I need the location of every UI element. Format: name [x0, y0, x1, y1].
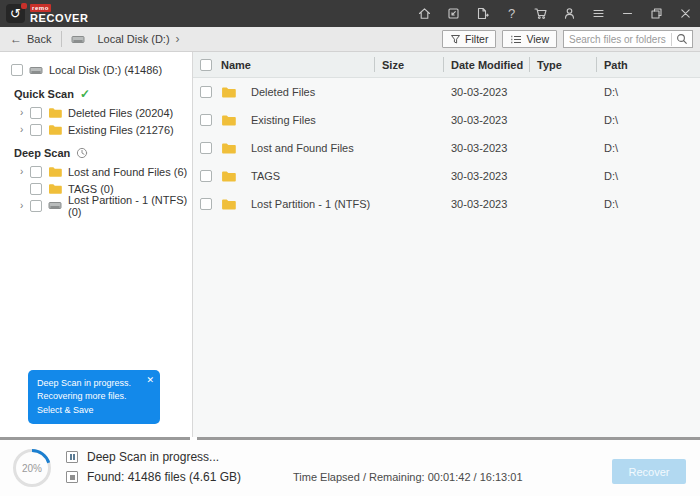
- file-path: D:\: [596, 170, 700, 182]
- status-bar: 20% Deep Scan in progress... Found: 4148…: [0, 440, 700, 496]
- tree-item-label: Existing Files (21276): [68, 124, 174, 136]
- restore-button[interactable]: [642, 0, 671, 27]
- toast-line-2: Recovering more files.: [37, 390, 151, 404]
- view-button[interactable]: View: [502, 30, 557, 48]
- back-arrow-icon: ←: [10, 32, 22, 46]
- table-row[interactable]: Existing Files 30-03-2023 D:\: [193, 106, 700, 134]
- column-header-size[interactable]: Size: [374, 52, 443, 77]
- search-divider: [671, 33, 672, 46]
- progress-percent: 20%: [22, 463, 42, 474]
- pause-button[interactable]: [66, 451, 78, 463]
- row-checkbox[interactable]: [200, 86, 212, 98]
- chevron-expand-icon[interactable]: ›: [20, 125, 30, 135]
- navigation-bar: ← Back Local Disk (D:) › Filter View: [0, 27, 700, 52]
- lost-partition-checkbox[interactable]: [30, 200, 42, 212]
- table-header: Name Size Date Modified Type Path: [193, 52, 700, 78]
- table-row[interactable]: Deleted Files 30-03-2023 D:\: [193, 78, 700, 106]
- existing-files-checkbox[interactable]: [30, 124, 42, 136]
- column-label: Path: [604, 59, 628, 71]
- file-path: D:\: [596, 86, 700, 98]
- title-bar: ↺ remo RECOVER ?: [0, 0, 700, 27]
- column-label: Size: [382, 59, 404, 71]
- stop-button[interactable]: [66, 471, 78, 483]
- resume-session-button[interactable]: [439, 0, 468, 27]
- clock-icon: [76, 147, 88, 159]
- breadcrumb[interactable]: Local Disk (D:) ›: [62, 32, 188, 46]
- drive-icon: [48, 200, 62, 211]
- row-checkbox[interactable]: [200, 114, 212, 126]
- deep-scan-header: Deep Scan: [0, 144, 192, 161]
- menu-button[interactable]: [584, 0, 613, 27]
- account-button[interactable]: [555, 0, 584, 27]
- select-all-checkbox[interactable]: [200, 59, 212, 71]
- column-header-type[interactable]: Type: [529, 52, 596, 77]
- scan-status-text: Deep Scan in progress...: [87, 450, 219, 464]
- file-name: Existing Files: [251, 114, 316, 126]
- found-status-text: Found: 41486 files (4.61 GB): [87, 470, 241, 484]
- minimize-button[interactable]: [613, 0, 642, 27]
- search-icon[interactable]: [676, 33, 688, 45]
- chevron-expand-icon[interactable]: ›: [20, 167, 30, 177]
- drive-icon: [29, 65, 43, 76]
- hamburger-menu-icon: [591, 6, 606, 21]
- file-date: 30-03-2023: [443, 170, 529, 182]
- row-checkbox[interactable]: [200, 198, 212, 210]
- chevron-expand-icon[interactable]: ›: [20, 108, 30, 118]
- back-button[interactable]: ← Back: [0, 32, 61, 46]
- column-header-name[interactable]: Name: [193, 52, 374, 77]
- tree-item-deleted-files[interactable]: › Deleted Files (20204): [0, 104, 192, 121]
- tree-item-lost-partition[interactable]: › Lost Partition - 1 (NTFS) (0): [0, 197, 192, 214]
- file-name: Deleted Files: [251, 86, 315, 98]
- file-date: 30-03-2023: [443, 142, 529, 154]
- close-button[interactable]: [671, 0, 700, 27]
- deep-scan-label: Deep Scan: [14, 147, 70, 159]
- list-view-icon: [510, 34, 522, 45]
- row-checkbox[interactable]: [200, 142, 212, 154]
- folder-icon: [221, 198, 236, 210]
- user-icon: [562, 6, 577, 21]
- close-icon: [678, 6, 693, 21]
- quick-scan-label: Quick Scan: [14, 88, 74, 100]
- open-file-button[interactable]: [468, 0, 497, 27]
- cart-icon: [533, 6, 548, 21]
- help-button[interactable]: ?: [497, 0, 526, 27]
- column-header-path[interactable]: Path: [596, 52, 700, 77]
- home-icon: [417, 6, 432, 21]
- chevron-right-icon[interactable]: ›: [176, 32, 180, 46]
- file-date: 30-03-2023: [443, 198, 529, 210]
- column-header-date-modified[interactable]: Date Modified: [443, 52, 529, 77]
- chevron-expand-icon[interactable]: ›: [20, 201, 30, 211]
- filter-icon: [450, 34, 461, 45]
- minimize-icon: [620, 6, 635, 21]
- toast-close-icon[interactable]: ✕: [146, 374, 154, 388]
- table-row[interactable]: Lost and Found Files 30-03-2023 D:\: [193, 134, 700, 162]
- deleted-files-checkbox[interactable]: [30, 107, 42, 119]
- tags-checkbox[interactable]: [30, 183, 42, 195]
- column-label: Date Modified: [451, 59, 523, 71]
- file-name: Lost Partition - 1 (NTFS): [251, 198, 370, 210]
- column-label: Type: [537, 59, 562, 71]
- filter-label: Filter: [465, 33, 488, 45]
- local-disk-checkbox[interactable]: [11, 64, 23, 76]
- table-row[interactable]: TAGS 30-03-2023 D:\: [193, 162, 700, 190]
- table-row[interactable]: Lost Partition - 1 (NTFS) 30-03-2023 D:\: [193, 190, 700, 218]
- file-name: Lost and Found Files: [251, 142, 354, 154]
- lost-and-found-checkbox[interactable]: [30, 166, 42, 178]
- tree-item-local-disk[interactable]: Local Disk (D:) (41486): [0, 61, 192, 79]
- row-checkbox[interactable]: [200, 170, 212, 182]
- stop-icon: [70, 475, 75, 480]
- home-button[interactable]: [410, 0, 439, 27]
- buy-button[interactable]: [526, 0, 555, 27]
- file-path: D:\: [596, 198, 700, 210]
- tree-item-existing-files[interactable]: › Existing Files (21276): [0, 121, 192, 138]
- recover-button[interactable]: Recover: [612, 459, 686, 484]
- toast-line-1: Deep Scan in progress.: [37, 377, 151, 391]
- tree-item-label: Lost and Found Files (6): [68, 166, 187, 178]
- brand-name-small: remo: [30, 4, 51, 12]
- brand-dot: [21, 3, 27, 9]
- filter-button[interactable]: Filter: [442, 30, 496, 48]
- check-icon: ✓: [80, 87, 90, 101]
- folder-icon: [221, 142, 236, 154]
- tree-item-lost-and-found[interactable]: › Lost and Found Files (6): [0, 163, 192, 180]
- search-input[interactable]: [564, 34, 671, 45]
